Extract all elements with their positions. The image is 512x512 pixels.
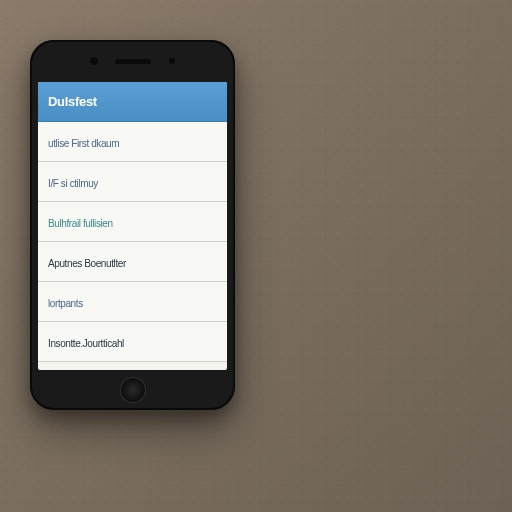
app-title: Dulsfest [48, 94, 97, 109]
list-item[interactable]: Aputnes Boenutlter [38, 242, 227, 282]
list-item[interactable]: utlise First dkaum [38, 122, 227, 162]
list-item-label: utlise First dkaum [48, 138, 119, 149]
list-item[interactable]: I/F si ctilmuy [38, 162, 227, 202]
list-item[interactable]: Insontte.Jourtticahl [38, 322, 227, 362]
list-item[interactable]: lortpants [38, 282, 227, 322]
earpiece-speaker [115, 59, 151, 64]
list-item[interactable]: Bulhfrail fullisien [38, 202, 227, 242]
home-button[interactable] [120, 377, 146, 403]
proximity-sensor [169, 58, 175, 64]
list-item-label: Bulhfrail fullisien [48, 218, 113, 229]
front-camera [90, 57, 98, 65]
list-item-label: I/F si ctilmuy [48, 178, 98, 189]
menu-list: utlise First dkaum I/F si ctilmuy Bulhfr… [38, 122, 227, 362]
app-header: Dulsfest [38, 82, 227, 122]
phone-notch-area [30, 40, 235, 82]
list-item-label: Insontte.Jourtticahl [48, 338, 124, 349]
list-item-label: Aputnes Boenutlter [48, 258, 126, 269]
list-item-label: lortpants [48, 298, 83, 309]
phone-frame: Dulsfest utlise First dkaum I/F si ctilm… [30, 40, 235, 410]
phone-screen: Dulsfest utlise First dkaum I/F si ctilm… [38, 82, 227, 370]
